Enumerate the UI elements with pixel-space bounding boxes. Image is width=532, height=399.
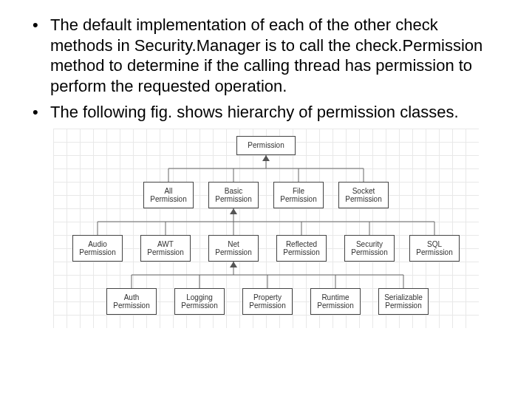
node-label: Permission <box>351 248 387 256</box>
node-label: All <box>164 187 172 195</box>
inherit-arrow-icon <box>230 262 237 267</box>
bullet-item: • The following fig. shows hierarchy of … <box>30 102 502 123</box>
inherit-arrow-icon <box>262 155 270 161</box>
node-label: Permission <box>385 301 421 310</box>
node-basic-permission: Basic Permission <box>208 182 259 208</box>
node-label: Permission <box>248 141 284 149</box>
node-label: File <box>293 187 304 195</box>
inherit-arrow-icon <box>230 208 237 214</box>
node-audio-permission: Audio Permission <box>72 235 123 262</box>
node-net-permission: Net Permission <box>208 235 259 262</box>
node-label: Permission <box>113 301 149 310</box>
node-label: Basic <box>225 187 242 195</box>
node-label: Permission <box>280 195 316 203</box>
node-socket-permission: Socket Permission <box>338 182 389 208</box>
node-runtime-permission: Runtime Permission <box>310 288 361 315</box>
bullet-marker: • <box>30 102 50 123</box>
node-label: Reflected <box>286 240 317 248</box>
node-all-permission: All Permission <box>143 182 194 208</box>
node-label: Permission <box>215 195 251 203</box>
diagram-container: Permission All Permission Basic Permissi… <box>53 129 479 328</box>
node-auth-permission: Auth Permission <box>106 288 157 315</box>
node-label: Permission <box>345 195 381 203</box>
node-sql-permission: SQL Permission <box>409 235 460 262</box>
node-label: Permission <box>215 248 251 256</box>
node-label: Property <box>253 293 282 301</box>
hierarchy-diagram: Permission All Permission Basic Permissi… <box>53 129 479 328</box>
bullet-text: The default implementation of each of th… <box>50 15 502 96</box>
node-awt-permission: AWT Permission <box>140 235 191 262</box>
node-label: Net <box>228 240 239 248</box>
bullet-list: • The default implementation of each of … <box>30 15 502 123</box>
node-permission: Permission <box>236 136 296 155</box>
node-security-permission: Security Permission <box>344 235 395 262</box>
node-label: Permission <box>249 301 285 310</box>
node-serializable-permission: Serializable Permission <box>378 288 429 315</box>
node-reflected-permission: Reflected Permission <box>276 235 327 262</box>
node-label: Logging <box>186 293 213 301</box>
bullet-marker: • <box>30 15 50 96</box>
node-label: Security <box>356 240 383 248</box>
node-label: AWT <box>157 240 174 248</box>
node-label: Runtime <box>321 293 349 301</box>
node-label: Auth <box>124 293 140 301</box>
node-label: Serializable <box>384 293 423 301</box>
node-file-permission: File Permission <box>273 182 324 208</box>
node-label: Permission <box>283 248 319 256</box>
node-label: SQL <box>427 240 442 248</box>
bullet-item: • The default implementation of each of … <box>30 15 502 96</box>
node-label: Permission <box>150 195 186 203</box>
node-label: Permission <box>79 248 115 256</box>
node-label: Permission <box>147 248 183 256</box>
node-label: Audio <box>88 240 107 248</box>
node-label: Permission <box>416 248 452 256</box>
node-label: Permission <box>181 301 217 310</box>
node-property-permission: Property Permission <box>242 288 293 315</box>
node-logging-permission: Logging Permission <box>174 288 225 315</box>
bullet-text: The following fig. shows hierarchy of pe… <box>50 102 459 123</box>
node-label: Socket <box>352 187 375 195</box>
node-label: Permission <box>317 301 353 310</box>
